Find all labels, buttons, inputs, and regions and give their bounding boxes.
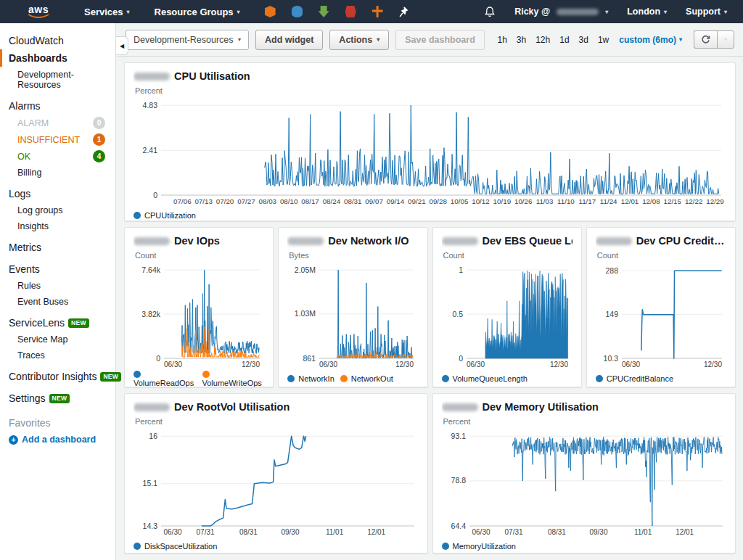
services-menu[interactable]: Services▾ [84,7,130,17]
svg-text:12/15: 12/15 [664,197,682,205]
support-menu[interactable]: Support▾ [686,7,727,17]
sidebar-item-insights[interactable]: Insights [0,218,115,234]
time-range-1h[interactable]: 1h [497,35,506,45]
svg-text:12/30: 12/30 [395,361,414,368]
refresh-button[interactable] [694,30,717,49]
actions-dropdown-button[interactable]: Actions▾ [329,30,389,50]
time-range-1d[interactable]: 1d [559,35,569,45]
dev-memory-utilisation-chart[interactable]: 93.178.864.406/3007/3108/3109/3011/0112/… [442,427,728,537]
y-axis-units-label: Percent [135,86,726,95]
rds-service-icon[interactable] [292,6,303,17]
sidebar-item-billing[interactable]: Billing [0,165,115,181]
dashboard-selector-dropdown[interactable]: Development-Resources▾ [126,30,249,50]
dev-iops-chart[interactable]: 7.64k3.82k006/3012/30 [134,260,265,369]
sidebar-item-contributor-insights[interactable]: Contributor InsightsNEW [0,368,115,385]
time-range-1w[interactable]: 1w [598,35,609,45]
widget-dev-rootvol-utilisation[interactable]: Dev RootVol Utilisation Percent 1615.114… [124,393,428,553]
dev-cpu-credit-balance-chart[interactable]: 28814910.306/3012/30 [596,260,727,369]
legend-item[interactable]: VolumeWriteOps [202,370,265,387]
widget-title-row: Dev RootVol Utilisation [134,400,419,414]
account-menu[interactable]: Ricky @▾ [514,7,608,17]
legend-color-dot [340,375,348,382]
chart-legend[interactable]: CPUUtilization [134,210,726,221]
legend-item[interactable]: VolumeReadOps [134,370,197,387]
chart-legend[interactable]: MemoryUtilization [442,540,727,552]
sidebar-item-alarms[interactable]: Alarms [0,97,115,115]
red-service-icon[interactable] [345,6,356,17]
legend-item[interactable]: NetworkIn [287,374,334,383]
pin-icon[interactable] [399,7,409,17]
svg-text:7.64k: 7.64k [141,265,160,274]
add-widget-button[interactable]: Add widget [255,30,323,50]
sidebar-item-logs[interactable]: Logs [0,185,115,202]
widget-cpu-utilisation[interactable]: CPU Utilisation Percent 4.832.41007/0607… [124,62,736,221]
refresh-icon [701,35,710,44]
svg-text:14.3: 14.3 [143,522,158,530]
svg-text:08/31: 08/31 [547,528,565,536]
legend-item[interactable]: DiskSpaceUtilization [134,542,217,551]
dashboard-toolbar: Development-Resources▾ Add widget Action… [117,23,743,57]
orange-service-icon[interactable] [372,6,383,17]
dev-rootvol-utilisation-chart[interactable]: 1615.114.306/3007/3108/3109/3011/0112/01 [134,427,419,537]
region-menu[interactable]: London▾ [627,7,667,17]
sidebar-item-insufficient-state[interactable]: INSUFFICIENT 1 [0,131,115,148]
svg-text:07/31: 07/31 [197,528,215,536]
redacted-instance-name [287,237,324,245]
sidebar-item-alarm-state[interactable]: ALARM 0 [0,115,115,131]
time-range-12h[interactable]: 12h [535,35,550,45]
chart-legend[interactable]: VolumeReadOpsVolumeWriteOps [134,373,264,384]
widget-dev-memory-utilisation[interactable]: Dev Memory Utilisation Percent 93.178.86… [432,393,736,553]
sidebar-item-ok-state[interactable]: OK 4 [0,148,115,165]
legend-label: VolumeQueueLength [453,374,528,383]
chart-legend[interactable]: NetworkInNetworkOut [287,373,418,384]
legend-item[interactable]: VolumeQueueLength [442,374,528,383]
chart-legend[interactable]: DiskSpaceUtilization [134,540,419,552]
sidebar-item-rules[interactable]: Rules [0,278,115,294]
dev-network-io-chart[interactable]: 2.05M1.03M86106/3012/30 [287,260,419,369]
aws-logo[interactable]: aws [26,5,51,19]
custom-time-range-dropdown[interactable]: custom (6mo)▾ [619,35,682,45]
svg-text:07/20: 07/20 [216,197,234,205]
svg-text:08/03: 08/03 [259,197,277,205]
sidebar-item-cloudwatch[interactable]: CloudWatch [0,32,115,49]
green-service-icon[interactable] [319,6,329,17]
ec2-service-icon[interactable] [265,6,276,17]
legend-item[interactable]: CPUUtilization [134,211,196,220]
add-a-dashboard-link[interactable]: + Add a dashboard [0,433,115,446]
svg-text:3.82k: 3.82k [141,310,160,318]
widget-dev-ebs-queue-length[interactable]: Dev EBS Queue Length Count 10.5006/3012/… [432,227,582,387]
refresh-options-dropdown[interactable]: ▾ [717,30,734,49]
svg-text:1: 1 [459,265,463,274]
legend-item[interactable]: NetworkOut [340,374,393,383]
sidebar-item-traces[interactable]: Traces [0,347,115,363]
svg-text:06/30: 06/30 [472,528,490,536]
notifications-bell-icon[interactable] [484,6,496,18]
widget-title: Dev RootVol Utilisation [174,401,290,413]
time-range-3h[interactable]: 3h [517,35,526,45]
dev-ebs-queue-length-chart[interactable]: 10.5006/3012/30 [442,260,573,369]
widget-dev-iops[interactable]: Dev IOps Count 7.64k3.82k006/3012/30 Vol… [124,227,274,387]
resource-groups-menu[interactable]: Resource Groups▾ [155,7,240,17]
chart-legend[interactable]: CPUCreditBalance [596,373,726,384]
sidebar-collapse-button[interactable]: ◀ [116,36,128,55]
widget-dev-network-io[interactable]: Dev Network I/O Bytes 2.05M1.03M86106/30… [278,227,427,387]
y-axis-units-label: Percent [135,417,419,426]
svg-text:64.4: 64.4 [451,522,466,530]
sidebar-item-servicelens[interactable]: ServiceLensNEW [0,314,115,332]
sidebar-item-service-map[interactable]: Service Map [0,332,115,347]
sidebar-item-metrics[interactable]: Metrics [0,239,115,256]
sidebar-item-dashboards[interactable]: Dashboards [0,49,115,67]
sidebar-item-event-buses[interactable]: Event Buses [0,294,115,310]
sidebar-item-development-resources[interactable]: Development-Resources [0,67,115,93]
legend-item[interactable]: CPUCreditBalance [596,374,673,383]
sidebar-item-events[interactable]: Events [0,260,115,278]
sidebar-item-log-groups[interactable]: Log groups [0,202,115,218]
chart-legend[interactable]: VolumeQueueLength [442,373,572,384]
cpu-utilisation-chart[interactable]: 4.832.41007/0607/1307/2007/2708/0308/100… [134,96,726,206]
widget-dev-cpu-credit-balance[interactable]: Dev CPU Credit Balance Count 28814910.30… [586,227,736,387]
legend-item[interactable]: MemoryUtilization [442,542,516,551]
sidebar-item-settings[interactable]: SettingsNEW [0,390,115,407]
time-range-3d[interactable]: 3d [579,35,588,45]
svg-text:11/01: 11/01 [633,528,652,536]
svg-text:2.41: 2.41 [143,146,158,155]
